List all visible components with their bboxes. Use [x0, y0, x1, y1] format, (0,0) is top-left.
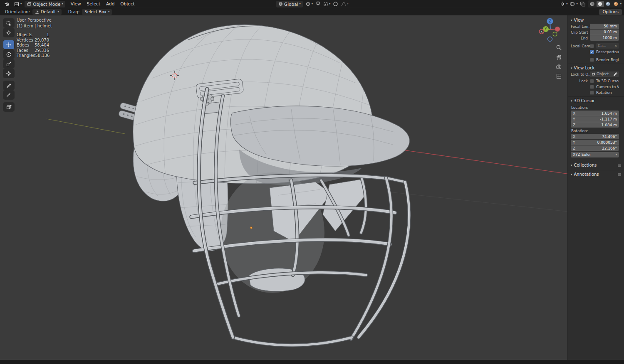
3d-viewport[interactable]: User Perspective (1) item | helmet Objec…	[0, 15, 624, 360]
orientation-icon	[35, 10, 39, 14]
camera-to-view-label: Camera to Vi...	[596, 85, 619, 89]
cursor-location-x-field[interactable]: X 1.654 m	[571, 111, 619, 116]
tool-select-box[interactable]	[3, 19, 14, 27]
gizmo-y-neg-axis[interactable]	[553, 32, 557, 36]
viewport-editor-icon	[14, 2, 19, 7]
panel-collections-header[interactable]: ▾ Collections	[568, 161, 624, 169]
tool-transform[interactable]	[3, 69, 14, 78]
tool-annotate[interactable]	[3, 81, 14, 90]
cursor-rotation-z-field[interactable]: Z 22.166°	[571, 145, 619, 151]
options-button[interactable]: Options	[599, 9, 622, 15]
rotation-mode-dropdown[interactable]: XYZ Euler ▾	[571, 152, 619, 157]
mode-label: Object Mode	[33, 2, 60, 7]
gizmo-z-neg-axis[interactable]	[548, 37, 552, 42]
passepartout-checkbox[interactable]: ✓	[590, 50, 594, 54]
tool-cursor[interactable]	[3, 28, 14, 37]
axis-value: 22.166°	[602, 146, 617, 150]
cursor-rotation-x-field[interactable]: X 74.496°	[571, 134, 619, 139]
lock-rotation-row: Rotation	[571, 90, 619, 95]
show-gizmos-dropdown[interactable]: ▾	[560, 1, 567, 7]
ortho-grid-icon	[556, 73, 562, 79]
panel-view-lock-header[interactable]: ▾ View Lock	[568, 64, 624, 71]
editor-type-dropdown[interactable]: ▾	[12, 1, 24, 7]
chevron-down-icon: ▾	[620, 2, 622, 5]
tool-rotate[interactable]	[3, 50, 14, 59]
panel-annotations-header[interactable]: ▾ Annotations	[568, 170, 624, 178]
navigation-gizmo[interactable]: Z Y X	[534, 15, 567, 45]
tool-move[interactable]	[3, 40, 14, 49]
rendered-sphere-icon	[613, 1, 619, 7]
cursor-rotation-y-field[interactable]: Y 0.000053°	[571, 140, 619, 145]
snap-toggle-button[interactable]	[315, 1, 321, 7]
xray-toggle-button[interactable]	[580, 1, 586, 7]
xray-icon	[580, 1, 586, 7]
chevron-down-icon: ▾	[312, 2, 313, 5]
panel-title: View	[574, 18, 584, 22]
topbar: ▾ Object Mode ▾ View Select Add Object G…	[0, 0, 624, 8]
pivot-point-icon	[305, 1, 311, 7]
render-region-checkbox[interactable]	[590, 58, 594, 62]
tool-measure[interactable]	[3, 91, 14, 99]
cursor-location-y-field[interactable]: Y -1.117 m	[571, 116, 619, 122]
perspective-toggle-button[interactable]	[555, 73, 562, 79]
mode-dropdown[interactable]: Object Mode ▾	[25, 1, 65, 7]
panel-title: Collections	[574, 163, 597, 167]
lock-to-object-field[interactable]: Object	[590, 71, 619, 77]
show-overlays-dropdown[interactable]: ▾	[570, 1, 577, 7]
local-camera-checkbox[interactable]	[590, 44, 594, 48]
object-mode-icon	[27, 2, 32, 7]
cursor-location-label: Location:	[571, 106, 619, 110]
cricket-helmet-model[interactable]	[117, 19, 410, 345]
proportional-falloff-dropdown[interactable]: ▾	[341, 1, 348, 7]
camera-view-button[interactable]	[555, 63, 562, 70]
clip-start-field[interactable]: 0.01 m	[590, 30, 619, 35]
focal-length-field[interactable]: 50 mm	[590, 24, 619, 29]
pan-button[interactable]	[555, 54, 562, 60]
panel-3d-cursor-header[interactable]: ▾ 3D Cursor	[568, 96, 624, 104]
scene-statistics: Objects1 Vertices29,070 Edges58,404 Face…	[17, 32, 49, 59]
axis-label: Z	[573, 146, 575, 150]
menu-select[interactable]: Select	[84, 0, 103, 8]
viewport-scene	[0, 15, 624, 360]
cursor-location-z-field[interactable]: Z 1.084 m	[571, 122, 619, 128]
menu-view[interactable]: View	[68, 0, 84, 8]
default-orientation-dropdown[interactable]: Default ▾	[32, 9, 62, 15]
chevron-down-icon: ▾	[57, 10, 59, 13]
blender-app-menu-button[interactable]	[2, 1, 12, 7]
zoom-button[interactable]	[555, 44, 562, 51]
pivot-point-dropdown[interactable]: ▾	[305, 1, 313, 7]
local-camera-field[interactable]: Ca... ×	[596, 43, 619, 49]
menu-object[interactable]: Object	[117, 0, 137, 8]
menu-icon[interactable]	[617, 173, 622, 176]
shading-solid-button[interactable]	[597, 1, 604, 7]
shading-rendered-button[interactable]	[612, 1, 620, 7]
shading-wireframe-button[interactable]	[589, 1, 596, 7]
proportional-editing-toggle[interactable]	[333, 1, 338, 7]
chevron-down-icon: ▾	[108, 10, 109, 13]
chevron-down-icon: ▾	[20, 2, 22, 5]
panel-title: Annotations	[574, 172, 599, 177]
lock-rotation-label: Rotation	[596, 91, 612, 95]
chevron-down-icon: ▾	[300, 2, 301, 5]
menu-add[interactable]: Add	[103, 0, 117, 8]
menu-icon[interactable]	[617, 164, 622, 167]
transform-orientation-dropdown[interactable]: Global ▾	[276, 1, 303, 7]
clip-end-row: End 1000 m	[571, 35, 619, 41]
panel-view-header[interactable]: ▾ View	[568, 17, 624, 24]
focal-length-row: Focal Len... 50 mm	[571, 24, 619, 29]
snap-settings-dropdown[interactable]: ▾	[323, 2, 330, 7]
axis-label: Y	[573, 117, 575, 121]
shading-material-button[interactable]	[604, 1, 612, 7]
tool-scale[interactable]	[3, 59, 14, 68]
lock-rotation-checkbox[interactable]	[590, 91, 594, 95]
tool-add-cube[interactable]	[3, 103, 14, 111]
close-icon[interactable]: ×	[614, 43, 617, 49]
drag-mode-dropdown[interactable]: Select Box ▾	[82, 9, 112, 15]
view-name: User Perspective	[17, 18, 52, 22]
clip-end-field[interactable]: 1000 m	[590, 35, 619, 41]
passepartout-label: Passepartout	[596, 50, 619, 54]
to-3d-cursor-checkbox[interactable]	[590, 79, 594, 83]
gizmo-x-axis[interactable]	[555, 27, 560, 32]
camera-to-view-checkbox[interactable]	[590, 85, 594, 89]
eyedropper-icon[interactable]	[613, 72, 617, 76]
